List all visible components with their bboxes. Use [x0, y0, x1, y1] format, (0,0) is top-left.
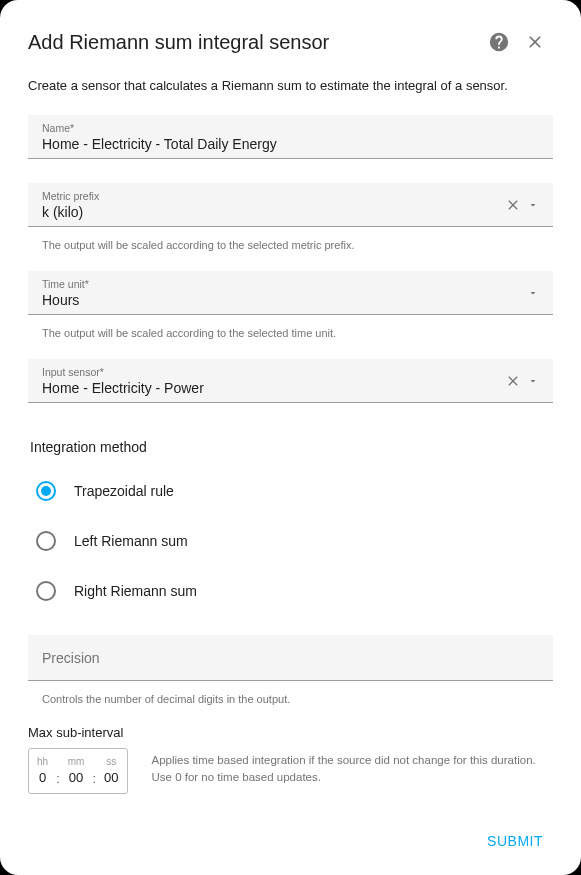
time-unit-value: Hours: [42, 292, 527, 308]
mm-value: 00: [69, 770, 83, 785]
radio-right-riemann[interactable]: Right Riemann sum: [28, 571, 553, 611]
input-sensor-value: Home - Electricity - Power: [42, 380, 505, 396]
metric-prefix-clear-button[interactable]: [505, 197, 521, 213]
time-unit-field[interactable]: Time unit* Hours: [28, 271, 553, 315]
mm-label: mm: [68, 757, 85, 767]
max-subinterval-description: Applies time based integration if the so…: [152, 748, 536, 787]
name-value: Home - Electricity - Total Daily Energy: [42, 136, 539, 152]
time-unit-dropdown-button[interactable]: [527, 287, 539, 299]
metric-prefix-field[interactable]: Metric prefix k (kilo): [28, 183, 553, 227]
integration-method-label: Integration method: [30, 439, 553, 455]
radio-label: Trapezoidal rule: [74, 483, 174, 499]
dialog-description: Create a sensor that calculates a Rieman…: [28, 78, 553, 93]
precision-field[interactable]: Precision: [28, 635, 553, 681]
precision-helper: Controls the number of decimal digits in…: [28, 685, 553, 705]
chevron-down-icon: [527, 375, 539, 387]
help-icon: [488, 31, 510, 53]
ss-value: 00: [104, 770, 118, 785]
hh-value: 0: [39, 770, 46, 785]
time-input[interactable]: hh 0 : mm 00 : ss 00: [28, 748, 128, 794]
dialog: Add Riemann sum integral sensor Create a…: [0, 0, 581, 875]
close-icon: [525, 32, 545, 52]
metric-prefix-value: k (kilo): [42, 204, 505, 220]
dialog-header: Add Riemann sum integral sensor: [28, 24, 553, 60]
help-button[interactable]: [481, 24, 517, 60]
metric-prefix-label: Metric prefix: [42, 190, 505, 202]
ss-label: ss: [106, 757, 116, 767]
radio-left-riemann[interactable]: Left Riemann sum: [28, 521, 553, 561]
close-icon: [505, 197, 521, 213]
max-subinterval-row: hh 0 : mm 00 : ss 00 Applies time based …: [28, 748, 553, 794]
name-field[interactable]: Name* Home - Electricity - Total Daily E…: [28, 115, 553, 159]
radio-indicator: [36, 531, 56, 551]
time-unit-label: Time unit*: [42, 278, 527, 290]
time-unit-helper: The output will be scaled according to t…: [28, 319, 553, 339]
max-subinterval-label: Max sub-interval: [28, 725, 553, 740]
input-sensor-clear-button[interactable]: [505, 373, 521, 389]
precision-label: Precision: [42, 642, 539, 674]
chevron-down-icon: [527, 287, 539, 299]
metric-prefix-helper: The output will be scaled according to t…: [28, 231, 553, 251]
radio-label: Right Riemann sum: [74, 583, 197, 599]
dialog-footer: SUBMIT: [28, 809, 553, 857]
input-sensor-label: Input sensor*: [42, 366, 505, 378]
close-button[interactable]: [517, 24, 553, 60]
chevron-down-icon: [527, 199, 539, 211]
close-icon: [505, 373, 521, 389]
radio-label: Left Riemann sum: [74, 533, 188, 549]
radio-trapezoidal[interactable]: Trapezoidal rule: [28, 471, 553, 511]
metric-prefix-dropdown-button[interactable]: [527, 199, 539, 211]
dialog-title: Add Riemann sum integral sensor: [28, 31, 481, 54]
name-label: Name*: [42, 122, 539, 134]
radio-indicator: [36, 481, 56, 501]
submit-button[interactable]: SUBMIT: [477, 825, 553, 857]
input-sensor-dropdown-button[interactable]: [527, 375, 539, 387]
hh-label: hh: [37, 757, 48, 767]
radio-indicator: [36, 581, 56, 601]
input-sensor-field[interactable]: Input sensor* Home - Electricity - Power: [28, 359, 553, 403]
